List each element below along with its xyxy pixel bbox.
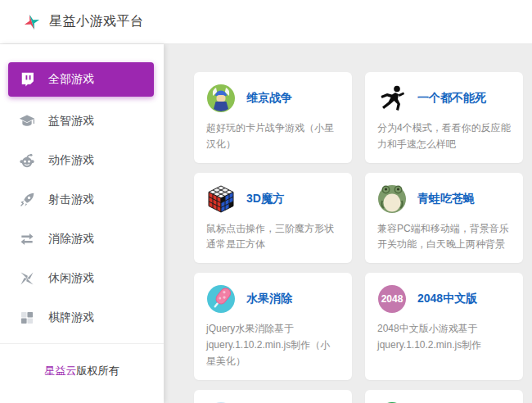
game-description: 兼容PC端和移动端，背景音乐开关功能，白天晚上两种背景 bbox=[377, 221, 511, 254]
game-description: 分为4个模式，看看你的反应能力和手速怎么样吧 bbox=[377, 120, 511, 153]
sidebar-item-label: 全部游戏 bbox=[48, 72, 94, 87]
sidebar-item-label: 休闲游戏 bbox=[48, 271, 94, 286]
game-card[interactable]: 跑酷小游戏 HTML5跑酷小游戏，按键盘空格键跳跃 bbox=[194, 390, 352, 403]
copyright-text: 版权所有 bbox=[77, 365, 119, 377]
game-card[interactable]: 贪吃蛇2.0 JS网页版贪吃蛇小游戏，原生JS bbox=[365, 390, 523, 403]
game-description: jQuery水果消除基于jquery.1.10.2.min.js制作（小星美化） bbox=[206, 321, 340, 369]
sidebar-item-label: 消除游戏 bbox=[48, 232, 94, 247]
sidebar-item-label: 棋牌游戏 bbox=[48, 310, 94, 325]
graduation-cap-icon bbox=[19, 113, 35, 129]
game-card-grid: 维京战争 超好玩的卡片战争游戏（小星汉化） 一个都不能死 分为4个模式，看看你的… bbox=[194, 72, 524, 403]
game-description: 2048中文版小游戏基于jquery.1.10.2.min.js制作 bbox=[377, 321, 511, 354]
sidebar-item-label: 射击游戏 bbox=[48, 192, 94, 207]
sidebar-item[interactable]: 全部游戏 bbox=[8, 62, 154, 97]
game-2048-icon: 2048 bbox=[377, 284, 407, 314]
brand-link[interactable]: 星益云 bbox=[45, 365, 77, 377]
main-content: 维京战争 超好玩的卡片战争游戏（小星汉化） 一个都不能死 分为4个模式，看看你的… bbox=[164, 44, 532, 403]
sidebar-item[interactable]: 消除游戏 bbox=[0, 220, 164, 259]
exchange-icon bbox=[19, 231, 35, 247]
game-card[interactable]: 2048 2048中文版 2048中文版小游戏基于jquery.1.10.2.m… bbox=[365, 273, 523, 379]
reddit-alien-icon bbox=[19, 152, 35, 169]
game-title-link[interactable]: 维京战争 bbox=[246, 91, 292, 106]
runner-icon bbox=[377, 84, 407, 113]
game-title-link[interactable]: 3D魔方 bbox=[246, 192, 284, 206]
game-description: 超好玩的卡片战争游戏（小星汉化） bbox=[206, 120, 340, 153]
game-description: 鼠标点击操作，三阶魔方形状通常是正方体 bbox=[206, 221, 340, 254]
sidebar-footer: 星益云版权所有 bbox=[0, 343, 164, 403]
sidebar-item[interactable]: 动作游戏 bbox=[0, 141, 164, 180]
game-title-link[interactable]: 2048中文版 bbox=[417, 292, 477, 306]
rocket-icon bbox=[19, 192, 35, 208]
game-card[interactable]: 青蛙吃苍蝇 兼容PC端和移动端，背景音乐开关功能，白天晚上两种背景 bbox=[365, 173, 523, 264]
game-card-head: 2048 2048中文版 bbox=[377, 284, 511, 314]
rubiks-cube-icon bbox=[206, 184, 236, 214]
frog-icon bbox=[377, 184, 407, 214]
body-row: 全部游戏 益智游戏 动作游戏 bbox=[0, 44, 532, 403]
sidebar-item[interactable]: 休闲游戏 bbox=[0, 259, 164, 298]
sidebar-spacer bbox=[0, 337, 164, 343]
app-header: 星益小游戏平台 bbox=[0, 0, 532, 44]
sidebar-item[interactable]: 棋牌游戏 bbox=[0, 298, 164, 337]
game-card-head: 一个都不能死 bbox=[377, 84, 511, 113]
game-card-head: 青蛙吃苍蝇 bbox=[377, 184, 511, 214]
game-card[interactable]: 3D魔方 鼠标点击操作，三阶魔方形状通常是正方体 bbox=[194, 173, 352, 264]
game-card[interactable]: 维京战争 超好玩的卡片战争游戏（小星汉化） bbox=[194, 72, 352, 163]
game-card-head: 维京战争 bbox=[206, 84, 340, 113]
checkerboard-icon bbox=[19, 310, 35, 326]
shuriken-icon bbox=[19, 270, 35, 287]
sidebar: 全部游戏 益智游戏 动作游戏 bbox=[0, 44, 164, 403]
twitch-icon bbox=[19, 71, 35, 88]
app-title: 星益小游戏平台 bbox=[49, 13, 144, 30]
sidebar-item[interactable]: 射击游戏 bbox=[0, 180, 164, 220]
game-title-link[interactable]: 一个都不能死 bbox=[417, 91, 486, 106]
sidebar-nav: 全部游戏 益智游戏 动作游戏 bbox=[0, 44, 164, 337]
sidebar-item[interactable]: 益智游戏 bbox=[0, 102, 164, 141]
popsicle-icon bbox=[206, 284, 236, 314]
game-title-link[interactable]: 水果消除 bbox=[246, 292, 292, 306]
game-card-head: 水果消除 bbox=[206, 284, 340, 314]
game-card[interactable]: 一个都不能死 分为4个模式，看看你的反应能力和手速怎么样吧 bbox=[365, 72, 523, 163]
sidebar-item-label: 益智游戏 bbox=[48, 114, 94, 129]
game-card[interactable]: 水果消除 jQuery水果消除基于jquery.1.10.2.min.js制作（… bbox=[194, 273, 352, 379]
game-card-head: 3D魔方 bbox=[206, 184, 340, 214]
star-logo-icon[interactable] bbox=[23, 13, 41, 31]
app-window: 星益小游戏平台 全部游戏 益智游戏 bbox=[0, 0, 532, 403]
viking-icon bbox=[206, 84, 236, 113]
sidebar-item-label: 动作游戏 bbox=[48, 153, 94, 168]
game-title-link[interactable]: 青蛙吃苍蝇 bbox=[417, 192, 475, 206]
